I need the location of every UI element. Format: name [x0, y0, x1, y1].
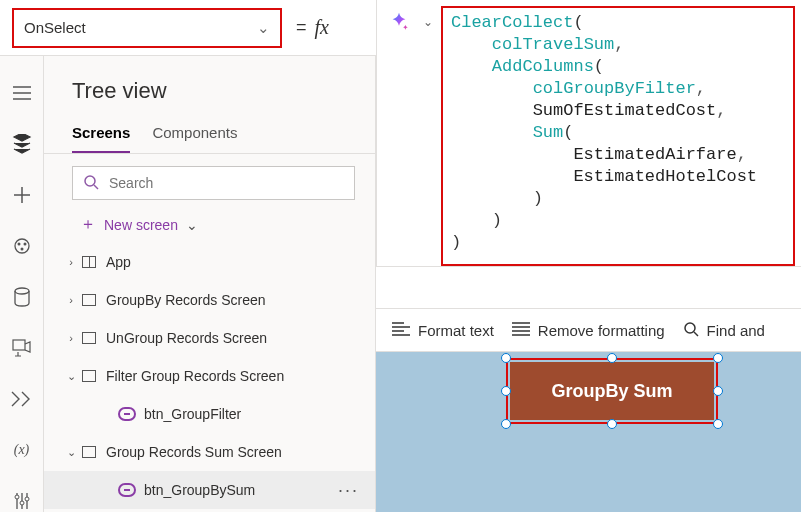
tree-node-screen[interactable]: ›UnGroup Records Screen [44, 319, 375, 357]
format-text-button[interactable]: Format text [392, 322, 494, 339]
screen-icon [80, 294, 98, 306]
resize-handle[interactable] [713, 353, 723, 363]
svg-point-0 [15, 239, 29, 253]
screen-icon [80, 370, 98, 382]
tree-view-panel: Tree view Screens Components ＋ New scree… [44, 56, 376, 512]
resize-handle[interactable] [607, 419, 617, 429]
tree-node-app[interactable]: ›App [44, 243, 375, 281]
tab-components[interactable]: Components [152, 118, 237, 153]
format-text-icon [392, 322, 410, 339]
property-dropdown[interactable]: OnSelect ⌄ [12, 8, 282, 48]
resize-handle[interactable] [501, 353, 511, 363]
tree-list: ›App›GroupBy Records Screen›UnGroup Reco… [44, 243, 375, 512]
format-text-label: Format text [418, 322, 494, 339]
expander-icon[interactable]: ⌄ [62, 370, 80, 383]
svg-point-2 [23, 242, 26, 245]
expander-icon[interactable]: ⌄ [62, 446, 80, 459]
equals-sign: = [296, 17, 307, 38]
find-button[interactable]: Find and [683, 321, 765, 340]
plus-icon: ＋ [80, 214, 96, 235]
theme-icon[interactable] [10, 235, 34, 256]
search-icon [83, 174, 99, 193]
property-dropdown-value: OnSelect [24, 19, 86, 36]
copilot-chevron-icon[interactable]: ⌄ [423, 6, 433, 29]
expander-icon[interactable]: › [62, 294, 80, 306]
tools-icon[interactable] [10, 491, 34, 512]
tree-node-label: App [106, 254, 365, 270]
svg-point-10 [685, 323, 695, 333]
new-screen-label: New screen [104, 217, 178, 233]
tree-node-label: btn_GroupFilter [144, 406, 365, 422]
remove-formatting-icon [512, 322, 530, 339]
left-rail: (x) [0, 56, 44, 512]
button-control-icon [118, 407, 136, 421]
flows-icon[interactable] [10, 389, 34, 410]
find-icon [683, 321, 699, 340]
new-screen-button[interactable]: ＋ New screen ⌄ [44, 208, 375, 243]
expander-icon[interactable]: › [62, 256, 80, 268]
screen-icon [80, 332, 98, 344]
svg-point-4 [15, 288, 29, 294]
resize-handle[interactable] [607, 353, 617, 363]
tree-node-control[interactable]: btn_GroupFilter [44, 395, 375, 433]
tree-node-label: btn_GroupBySum [144, 482, 332, 498]
tree-node-screen[interactable]: ›GroupBy Records Screen [44, 281, 375, 319]
data-icon[interactable] [10, 286, 34, 307]
resize-handle[interactable] [713, 419, 723, 429]
tree-node-control[interactable]: btn_GroupBySum··· [44, 471, 375, 509]
remove-formatting-button[interactable]: Remove formatting [512, 322, 665, 339]
app-icon [80, 256, 98, 268]
expander-icon[interactable]: › [62, 332, 80, 344]
remove-formatting-label: Remove formatting [538, 322, 665, 339]
tree-node-screen[interactable]: ⌄Group Records Sum Screen [44, 433, 375, 471]
media-icon[interactable] [10, 338, 34, 359]
tree-node-label: Filter Group Records Screen [106, 368, 365, 384]
tree-node-label: Group Records Sum Screen [106, 444, 365, 460]
tab-screens[interactable]: Screens [72, 118, 130, 153]
svg-point-1 [17, 242, 20, 245]
svg-point-9 [85, 176, 95, 186]
resize-handle[interactable] [501, 419, 511, 429]
canvas-area[interactable]: GroupBy Sum [376, 352, 801, 512]
button-control-icon [118, 483, 136, 497]
selected-control[interactable]: GroupBy Sum [506, 358, 718, 424]
find-label: Find and [707, 322, 765, 339]
formula-bar[interactable]: ClearCollect( colTravelSum, AddColumns( … [441, 6, 795, 266]
tree-node-label: GroupBy Records Screen [106, 292, 365, 308]
svg-rect-5 [13, 340, 25, 350]
search-input[interactable] [109, 175, 344, 191]
more-options-icon[interactable]: ··· [332, 480, 365, 501]
svg-point-7 [20, 501, 24, 505]
formula-format-toolbar: Format text Remove formatting Find and [376, 308, 801, 352]
tree-node-label: UnGroup Records Screen [106, 330, 365, 346]
fx-icon: fx [315, 16, 329, 39]
tree-view-title: Tree view [44, 78, 375, 118]
insert-icon[interactable] [10, 184, 34, 205]
search-box[interactable] [72, 166, 355, 200]
chevron-down-icon: ⌄ [257, 19, 270, 37]
tree-node-screen[interactable]: ⌄Filter Group Records Screen [44, 357, 375, 395]
hamburger-icon[interactable] [10, 82, 34, 103]
chevron-down-icon: ⌄ [186, 217, 198, 233]
variables-icon[interactable]: (x) [10, 440, 34, 461]
svg-point-3 [20, 247, 23, 250]
screen-icon [80, 446, 98, 458]
svg-point-8 [25, 497, 29, 501]
svg-point-6 [15, 495, 19, 499]
tree-view-icon[interactable] [10, 133, 34, 154]
resize-handle[interactable] [713, 386, 723, 396]
resize-handle[interactable] [501, 386, 511, 396]
selection-outline [506, 358, 718, 424]
copilot-icon[interactable] [383, 6, 415, 38]
